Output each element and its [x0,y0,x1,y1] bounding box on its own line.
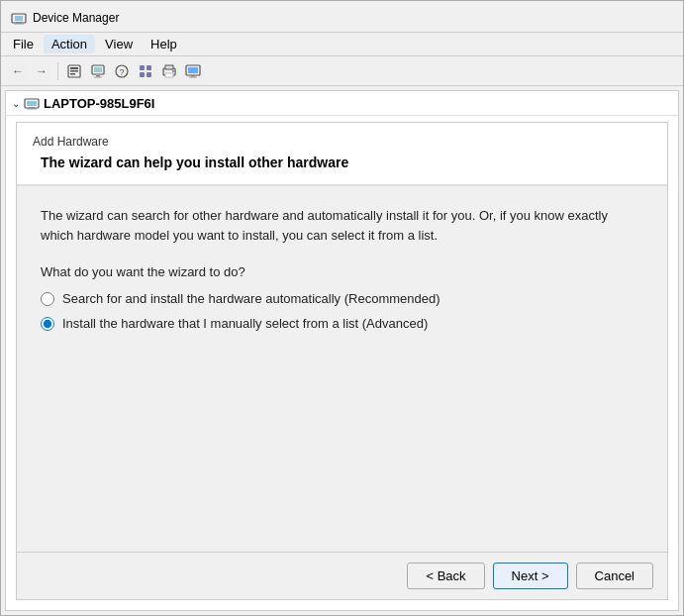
toolbar: ← → ? [1,56,683,86]
menu-file[interactable]: File [5,35,42,53]
dialog-body: The wizard can search for other hardware… [17,186,667,552]
title-bar: Device Manager [1,1,683,33]
svg-rect-28 [29,107,35,109]
next-button[interactable]: Next > [493,563,568,589]
dialog-footer: < Back Next > Cancel [17,552,667,599]
dialog-main-title: The wizard can help you install other ha… [33,154,651,170]
svg-rect-15 [147,65,151,70]
window-icon [11,10,27,26]
toolbar-separator-1 [57,62,58,80]
window-title: Device Manager [33,11,119,25]
toolbar-monitor-button[interactable] [182,60,204,82]
cancel-button[interactable]: Cancel [576,563,653,589]
toolbar-help-button[interactable]: ? [111,60,133,82]
dialog-description: The wizard can search for other hardware… [41,206,643,245]
dialog-options-section: What do you want the wizard to do? Searc… [41,264,643,341]
radio-auto-label: Search for and install the hardware auto… [62,291,440,306]
device-manager-window: Device Manager File Action View Help ← → [0,0,684,616]
svg-rect-17 [147,72,151,77]
svg-rect-19 [165,65,173,69]
svg-text:?: ? [119,67,124,77]
svg-rect-5 [70,67,78,69]
svg-rect-24 [191,75,195,77]
svg-rect-9 [94,67,102,72]
tree-node-icon [24,95,40,111]
toolbar-back-button[interactable]: ← [7,60,29,82]
radio-manual-input[interactable] [41,317,54,331]
main-content: ⌄ LAPTOP-985L9F6I Add Hardware The wiza [1,86,683,615]
menu-action[interactable]: Action [44,35,95,53]
svg-rect-10 [96,75,100,77]
tree-root-node[interactable]: ⌄ LAPTOP-985L9F6I [6,91,678,116]
svg-rect-25 [189,76,197,77]
svg-rect-3 [14,23,24,24]
dialog-question: What do you want the wizard to do? [41,264,643,279]
svg-rect-14 [140,65,145,70]
dialog-section-title: Add Hardware [33,135,651,149]
svg-point-21 [172,70,174,72]
toolbar-scan-button[interactable] [135,60,156,82]
menu-bar: File Action View Help [1,33,683,56]
svg-rect-20 [165,73,173,77]
toolbar-properties-button[interactable] [63,60,85,82]
svg-rect-1 [15,16,23,21]
add-hardware-dialog: Add Hardware The wizard can help you ins… [16,122,668,600]
svg-rect-16 [140,72,145,77]
menu-view[interactable]: View [97,35,141,53]
radio-auto-input[interactable] [41,292,54,306]
tree-panel: ⌄ LAPTOP-985L9F6I Add Hardware The wiza [5,90,679,611]
toolbar-forward-button[interactable]: → [31,60,52,82]
tree-node-label: LAPTOP-985L9F6I [44,96,154,111]
menu-help[interactable]: Help [143,35,185,53]
svg-rect-7 [70,73,75,75]
svg-rect-2 [16,22,22,24]
svg-rect-29 [27,109,37,110]
toolbar-print-button[interactable] [158,60,180,82]
back-button[interactable]: < Back [407,563,484,589]
svg-rect-23 [188,67,198,73]
radio-manual-label: Install the hardware that I manually sel… [62,316,428,331]
radio-manual-option[interactable]: Install the hardware that I manually sel… [41,316,643,331]
tree-chevron-icon: ⌄ [12,98,20,109]
radio-auto-option[interactable]: Search for and install the hardware auto… [41,291,643,306]
svg-rect-27 [27,101,37,106]
dialog-title-section: Add Hardware The wizard can help you ins… [17,123,667,186]
svg-rect-11 [94,76,102,77]
svg-rect-6 [70,70,78,72]
toolbar-update-button[interactable] [87,60,109,82]
